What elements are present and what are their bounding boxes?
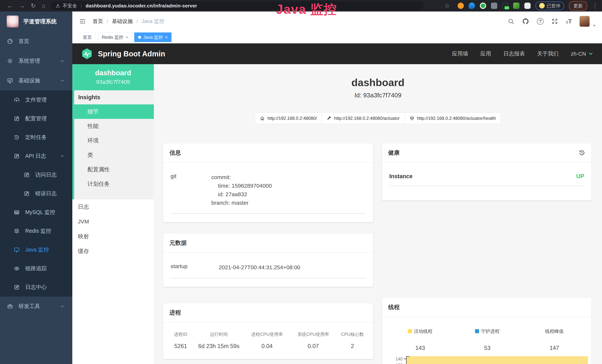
sba-link-about[interactable]: 关于我们 xyxy=(537,50,559,57)
help-icon[interactable]: ? xyxy=(537,18,544,25)
process-table: 进程ID 5261 运行时间 6d 23h 15m 59s 进程CPU使用率 xyxy=(168,331,369,350)
sidebar-item-tracing[interactable]: 链路追踪 xyxy=(0,259,72,278)
tab-close-icon[interactable]: × xyxy=(126,35,128,40)
breadcrumb-infra[interactable]: 基础设施 xyxy=(112,18,133,25)
health-url-button[interactable]: http://192.168.0.2:48080/actuator/health xyxy=(405,113,501,124)
legend-label: 活动线程 xyxy=(414,328,432,334)
breadcrumb-home[interactable]: 首页 xyxy=(93,18,103,25)
tab-redis-monitor[interactable]: Redis 监控 × xyxy=(98,32,132,42)
instance-nav-plain: 日志 JVM 映射 缓存 xyxy=(72,199,154,259)
sidebar-item-jobs[interactable]: 定时任务 xyxy=(0,128,72,147)
extension-icon-puzzle[interactable] xyxy=(524,3,531,9)
security-label[interactable]: 不安全 xyxy=(63,3,77,9)
avatar-caret-icon[interactable]: ▾ xyxy=(593,23,595,28)
sidebar-item-error-log[interactable]: 错误日志 xyxy=(0,184,72,203)
page-url[interactable]: dashboard.yudao.iocoder.cn/infra/admin-s… xyxy=(86,3,197,9)
infra-submenu: 文件管理 配置管理 定时任务 API 日志 访问日志 错误日志 xyxy=(0,90,72,297)
service-url-button[interactable]: http://192.168.0.2:48080/ xyxy=(255,113,322,124)
sidebar-item-redis[interactable]: Redis 监控 xyxy=(0,222,72,240)
sba-brand[interactable]: Spring Boot Admin xyxy=(81,48,165,60)
metadata-card-body: startup 2021-04-27T00:44:31.254+08:00 xyxy=(163,253,373,287)
sba-link-wallboard[interactable]: 应用墙 xyxy=(452,50,468,57)
browser-menu-icon[interactable]: ⋮ xyxy=(592,2,598,9)
sidebar-item-home[interactable]: 首页 xyxy=(0,32,72,51)
sidebar-item-dev-tools[interactable]: 研发工具 xyxy=(0,297,72,316)
fullscreen-icon[interactable] xyxy=(551,18,558,25)
startup-label: startup xyxy=(171,263,219,272)
tab-java-monitor[interactable]: Java 监控 × xyxy=(134,32,172,42)
url-bar[interactable]: ⚠ 不安全 dashboard.yudao.iocoder.cn/infra/a… xyxy=(51,1,423,10)
extension-icon-green[interactable] xyxy=(480,3,486,9)
column-header: 进程ID xyxy=(168,331,194,337)
instance-header[interactable]: dashboard 93a3fc7f7409 xyxy=(72,64,154,90)
cell-value: 2 xyxy=(336,343,368,350)
sidebar-item-config[interactable]: 配置管理 xyxy=(0,109,72,128)
instance-nav-jvm[interactable]: JVM xyxy=(72,214,154,229)
sidebar-item-infra[interactable]: 基础设施 xyxy=(0,71,72,90)
sba-link-applications[interactable]: 应用 xyxy=(480,50,491,57)
card-title: 信息 xyxy=(170,149,181,157)
health-history-icon[interactable] xyxy=(579,150,585,156)
extension-icon-leaf[interactable] xyxy=(513,3,519,9)
actuator-url-button[interactable]: http://192.168.0.2:48080/actuator xyxy=(322,113,405,124)
instance-nav-mappings[interactable]: 映射 xyxy=(72,229,154,244)
breadcrumb-current: Java 监控 xyxy=(142,18,164,25)
profile-emoji-icon xyxy=(539,3,545,9)
instance-nav-config-props[interactable]: 配置属性 xyxy=(74,162,154,177)
sba-locale-select[interactable]: zh-CN xyxy=(571,51,593,57)
font-size-icon[interactable]: TT xyxy=(566,18,572,25)
github-icon[interactable] xyxy=(522,18,529,25)
browser-forward-icon[interactable]: → xyxy=(19,2,25,9)
profile-paused-badge[interactable]: 已暂停 xyxy=(536,1,564,10)
tab-home[interactable]: 首页 xyxy=(79,32,96,42)
home-icon xyxy=(260,116,265,121)
chevron-down-icon xyxy=(59,303,65,309)
chevron-down-icon xyxy=(59,58,65,64)
instance-nav-metrics[interactable]: 性能 xyxy=(74,119,154,133)
search-icon[interactable] xyxy=(508,18,514,25)
breadcrumb-separator: / xyxy=(137,18,138,24)
extension-icon-1[interactable] xyxy=(458,3,464,9)
sidebar-item-api-log[interactable]: API 日志 xyxy=(0,147,72,165)
y-tick: 140 xyxy=(396,357,402,362)
instance-nav-caches[interactable]: 缓存 xyxy=(72,244,154,259)
sidebar-item-mysql[interactable]: MySQL 监控 xyxy=(0,203,72,222)
instance-nav-classes[interactable]: 类 xyxy=(74,148,154,162)
tab-label: 首页 xyxy=(83,34,92,40)
sidebar-item-files[interactable]: 文件管理 xyxy=(0,90,72,109)
app-logo[interactable]: 芋道管理系统 xyxy=(0,11,72,32)
instance-nav-environment[interactable]: 环境 xyxy=(74,133,154,148)
y-tick-mark xyxy=(404,359,406,359)
eye-icon xyxy=(14,266,20,271)
bookmark-star-icon[interactable]: ☆ xyxy=(444,2,450,9)
instance-nav-details[interactable]: 细节 xyxy=(74,104,154,119)
instance-nav-scheduled-tasks[interactable]: 计划任务 xyxy=(74,177,154,191)
instance-nav-logs[interactable]: 日志 xyxy=(72,199,154,214)
sidebar-item-access-log[interactable]: 访问日志 xyxy=(0,165,72,184)
app-logo-image xyxy=(7,16,19,27)
instance-id-subtitle: Id: 93a3fc7f7409 xyxy=(154,92,602,99)
sba-link-journal[interactable]: 日志报表 xyxy=(503,50,525,57)
extension-icon-pin[interactable] xyxy=(469,3,475,9)
tab-close-icon[interactable]: × xyxy=(165,35,168,40)
sidebar-item-log-center[interactable]: 日志中心 xyxy=(0,278,72,297)
sidebar-toggle-icon[interactable] xyxy=(79,18,86,25)
cell-value: 0.07 xyxy=(290,343,336,350)
browser-reload-icon[interactable]: ↻ xyxy=(31,2,36,9)
browser-update-button[interactable]: 更新 xyxy=(569,1,587,11)
extension-icon-switch[interactable]: on xyxy=(502,3,508,9)
stat-value: 53 xyxy=(454,345,521,351)
sidebar-item-java-monitor[interactable]: Java 监控 xyxy=(0,240,72,259)
sidebar-item-system[interactable]: 系统管理 xyxy=(0,51,72,71)
sba-brand-title: Spring Boot Admin xyxy=(98,50,165,58)
paused-label: 已暂停 xyxy=(547,3,560,9)
thread-stat-live: 活动线程 143 xyxy=(387,328,454,351)
browser-back-icon[interactable]: ← xyxy=(7,2,13,9)
browser-home-icon[interactable]: ⌂ xyxy=(42,2,45,9)
user-avatar[interactable] xyxy=(580,16,590,27)
extension-icon-grid[interactable] xyxy=(491,3,497,9)
briefcase-icon xyxy=(7,303,13,309)
active-tab-dot xyxy=(138,36,141,39)
display-icon xyxy=(14,247,20,253)
legend-live-threads: 活动线程 xyxy=(408,328,432,334)
